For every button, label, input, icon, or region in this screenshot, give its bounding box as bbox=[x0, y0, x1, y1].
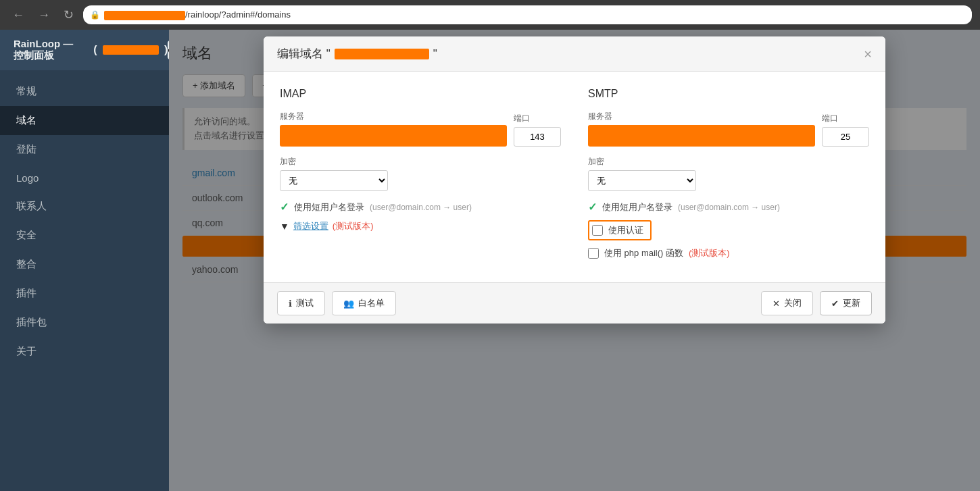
app-container: RainLoop — 控制面板 () ⏻ 常规 域名 登陆 Logo 联系人 安… bbox=[0, 30, 980, 491]
sidebar-item-contacts[interactable]: 联系人 bbox=[0, 192, 169, 221]
imap-server-input[interactable] bbox=[280, 125, 507, 147]
update-button[interactable]: ✔ 更新 bbox=[820, 291, 872, 315]
sidebar: RainLoop — 控制面板 () ⏻ 常规 域名 登陆 Logo 联系人 安… bbox=[0, 30, 169, 491]
header-title: RainLoop — 控制面板 bbox=[14, 38, 85, 62]
sidebar-item-login[interactable]: 登陆 bbox=[0, 135, 169, 164]
sidebar-item-logo[interactable]: Logo bbox=[0, 164, 169, 192]
filter-beta-label: (测试版本) bbox=[333, 220, 374, 232]
main-content: 域名 + 添加域名 + 添加 允许访问的域。 点击域名进行设置。 gmail.c… bbox=[169, 30, 980, 491]
smtp-encrypt-label: 加密 bbox=[588, 156, 869, 167]
sidebar-item-plugins[interactable]: 插件 bbox=[0, 279, 169, 308]
imap-encrypt-row: 加密 无 SSL TLS bbox=[280, 156, 561, 191]
imap-short-login-hint: (user@domain.com → user) bbox=[370, 203, 472, 212]
smtp-short-login-row: ✓ 使用短用户名登录 (user@domain.com → user) bbox=[588, 201, 869, 213]
imap-port-input[interactable] bbox=[514, 127, 561, 147]
forward-button[interactable]: → bbox=[34, 7, 54, 24]
smtp-phpmail-beta: (测试版本) bbox=[689, 247, 730, 259]
modal-body: IMAP 服务器 端口 bbox=[264, 72, 885, 282]
test-label: 测试 bbox=[296, 297, 314, 309]
browser-chrome: ← → ↻ 🔒 /rainloop/?admin#/domains bbox=[0, 0, 980, 30]
whitelist-button[interactable]: 👥 白名单 bbox=[332, 291, 396, 315]
nav-list: 常规 域名 登陆 Logo 联系人 安全 整合 插件 插件包 关于 bbox=[0, 70, 169, 373]
modal-title-domain bbox=[335, 49, 429, 59]
imap-server-group: 服务器 bbox=[280, 111, 507, 147]
footer-right-buttons: ✕ 关闭 ✔ 更新 bbox=[761, 291, 872, 315]
header-domain-redacted bbox=[103, 45, 159, 55]
smtp-short-login-label: 使用短用户名登录 bbox=[602, 201, 672, 213]
smtp-auth-checkbox-wrapper[interactable]: 使用认证 bbox=[588, 220, 652, 240]
smtp-phpmail-checkbox[interactable] bbox=[588, 248, 599, 259]
close-label: 关闭 bbox=[784, 297, 802, 309]
imap-port-label: 端口 bbox=[514, 113, 561, 124]
sidebar-item-domains[interactable]: 域名 bbox=[0, 106, 169, 135]
back-button[interactable]: ← bbox=[8, 7, 28, 24]
test-button[interactable]: ℹ 测试 bbox=[277, 291, 325, 315]
modal-overlay: 编辑域名 "" × IMAP 服务器 bbox=[169, 30, 980, 491]
two-column-layout: IMAP 服务器 端口 bbox=[280, 88, 869, 266]
imap-check-icon: ✓ bbox=[280, 201, 289, 213]
imap-title: IMAP bbox=[280, 88, 561, 100]
filter-settings-link[interactable]: 筛选设置 bbox=[293, 220, 328, 232]
test-icon: ℹ bbox=[289, 299, 292, 309]
smtp-check-icon: ✓ bbox=[588, 201, 597, 213]
close-modal-button[interactable]: ✕ 关闭 bbox=[761, 291, 813, 315]
imap-filter-row: ▼ 筛选设置 (测试版本) bbox=[280, 220, 561, 232]
smtp-encrypt-select[interactable]: 无 SSL TLS bbox=[588, 170, 696, 191]
modal-close-button[interactable]: × bbox=[864, 47, 872, 61]
smtp-phpmail-row: 使用 php mail() 函数 (测试版本) bbox=[588, 247, 869, 259]
footer-left-buttons: ℹ 测试 👥 白名单 bbox=[277, 291, 396, 315]
smtp-phpmail-label: 使用 php mail() 函数 bbox=[604, 247, 683, 259]
imap-server-row: 服务器 端口 bbox=[280, 111, 561, 147]
sidebar-item-plugin-packages[interactable]: 插件包 bbox=[0, 308, 169, 337]
close-icon: ✕ bbox=[773, 299, 780, 309]
smtp-auth-label: 使用认证 bbox=[608, 224, 643, 236]
address-bar[interactable]: 🔒 /rainloop/?admin#/domains bbox=[83, 5, 972, 24]
modal-title: 编辑域名 "" bbox=[277, 46, 437, 61]
imap-section: IMAP 服务器 端口 bbox=[280, 88, 561, 266]
url-redacted bbox=[104, 11, 185, 20]
update-label: 更新 bbox=[843, 297, 860, 309]
update-icon: ✔ bbox=[831, 299, 839, 309]
modal-dialog: 编辑域名 "" × IMAP 服务器 bbox=[264, 36, 885, 324]
modal-header: 编辑域名 "" × bbox=[264, 36, 885, 72]
lock-icon: 🔒 bbox=[90, 10, 100, 20]
whitelist-label: 白名单 bbox=[358, 297, 385, 309]
filter-icon: ▼ bbox=[280, 221, 289, 232]
modal-footer: ℹ 测试 👥 白名单 ✕ 关闭 bbox=[264, 282, 885, 324]
imap-encrypt-label: 加密 bbox=[280, 156, 561, 167]
imap-short-login-row: ✓ 使用短用户名登录 (user@domain.com → user) bbox=[280, 201, 561, 213]
app-title: RainLoop — 控制面板 () bbox=[14, 38, 168, 62]
smtp-encrypt-row: 加密 无 SSL TLS bbox=[588, 156, 869, 191]
imap-port-group: 端口 bbox=[514, 113, 561, 147]
smtp-server-label: 服务器 bbox=[588, 111, 815, 122]
smtp-auth-row: 使用认证 bbox=[588, 220, 869, 240]
smtp-auth-checkbox[interactable] bbox=[592, 225, 603, 236]
imap-short-login-label: 使用短用户名登录 bbox=[294, 201, 364, 213]
whitelist-icon: 👥 bbox=[343, 299, 354, 309]
smtp-section: SMTP 服务器 端口 bbox=[588, 88, 869, 266]
address-text: /rainloop/?admin#/domains bbox=[104, 9, 965, 20]
sidebar-item-integration[interactable]: 整合 bbox=[0, 250, 169, 279]
sidebar-item-security[interactable]: 安全 bbox=[0, 221, 169, 250]
smtp-title: SMTP bbox=[588, 88, 869, 100]
smtp-port-group: 端口 bbox=[822, 113, 869, 147]
smtp-port-label: 端口 bbox=[822, 113, 869, 124]
smtp-server-input[interactable] bbox=[588, 125, 815, 147]
smtp-port-input[interactable] bbox=[822, 127, 869, 147]
imap-server-label: 服务器 bbox=[280, 111, 507, 122]
refresh-button[interactable]: ↻ bbox=[59, 6, 78, 24]
smtp-server-group: 服务器 bbox=[588, 111, 815, 147]
smtp-server-row: 服务器 端口 bbox=[588, 111, 869, 147]
smtp-short-login-hint: (user@domain.com → user) bbox=[678, 203, 780, 212]
imap-encrypt-select[interactable]: 无 SSL TLS bbox=[280, 170, 388, 191]
sidebar-item-general[interactable]: 常规 bbox=[0, 77, 169, 106]
app-header: RainLoop — 控制面板 () ⏻ bbox=[0, 30, 169, 70]
sidebar-item-about[interactable]: 关于 bbox=[0, 337, 169, 366]
